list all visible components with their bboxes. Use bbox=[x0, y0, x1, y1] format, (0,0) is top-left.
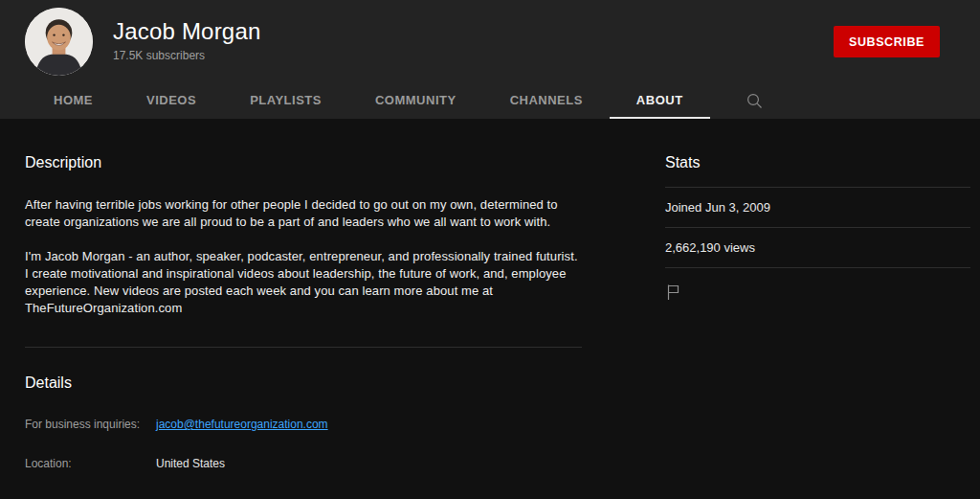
tab-videos[interactable]: VIDEOS bbox=[120, 82, 223, 119]
location-row: Location: United States bbox=[25, 457, 582, 470]
location-value: United States bbox=[156, 457, 225, 470]
tab-home[interactable]: HOME bbox=[27, 82, 120, 119]
flag-icon bbox=[665, 284, 681, 301]
business-email-link[interactable]: jacob@thefutureorganization.com bbox=[156, 418, 328, 431]
avatar-photo-icon bbox=[25, 8, 93, 76]
description-heading: Description bbox=[25, 153, 582, 172]
channel-avatar[interactable] bbox=[25, 8, 93, 76]
stats-column: Stats Joined Jun 3, 2009 2,662,190 views bbox=[665, 153, 970, 499]
report-row bbox=[665, 268, 970, 305]
tab-community[interactable]: COMMUNITY bbox=[348, 82, 483, 119]
channel-header: Jacob Morgan 17.5K subscribers SUBSCRIBE… bbox=[0, 0, 980, 119]
tab-about[interactable]: ABOUT bbox=[610, 82, 710, 119]
divider bbox=[25, 347, 582, 348]
search-icon bbox=[746, 93, 763, 109]
business-inquiries-row: For business inquiries: jacob@thefutureo… bbox=[25, 418, 582, 431]
channel-tab-bar: HOME VIDEOS PLAYLISTS COMMUNITY CHANNELS… bbox=[0, 82, 980, 119]
description-paragraph-2: I'm Jacob Morgan - an author, speaker, p… bbox=[25, 248, 582, 317]
tab-playlists[interactable]: PLAYLISTS bbox=[223, 82, 348, 119]
about-page-content: Description After having terrible jobs w… bbox=[0, 119, 980, 499]
joined-date: Joined Jun 3, 2009 bbox=[665, 188, 970, 227]
tab-channels[interactable]: CHANNELS bbox=[483, 82, 610, 119]
subscriber-count: 17.5K subscribers bbox=[113, 49, 261, 62]
business-inquiries-label: For business inquiries: bbox=[25, 418, 156, 431]
view-count: 2,662,190 views bbox=[665, 228, 970, 267]
details-heading: Details bbox=[25, 374, 582, 393]
subscribe-button[interactable]: SUBSCRIBE bbox=[834, 26, 940, 57]
report-flag-button[interactable] bbox=[665, 284, 681, 301]
description-paragraph-1: After having terrible jobs working for o… bbox=[25, 196, 582, 231]
channel-search-button[interactable] bbox=[743, 89, 767, 113]
channel-header-top: Jacob Morgan 17.5K subscribers SUBSCRIBE bbox=[0, 0, 980, 82]
about-left-column: Description After having terrible jobs w… bbox=[25, 153, 582, 499]
channel-info: Jacob Morgan 17.5K subscribers bbox=[113, 8, 261, 62]
channel-title: Jacob Morgan bbox=[113, 18, 261, 45]
stats-heading: Stats bbox=[665, 153, 970, 172]
location-label: Location: bbox=[25, 457, 156, 470]
